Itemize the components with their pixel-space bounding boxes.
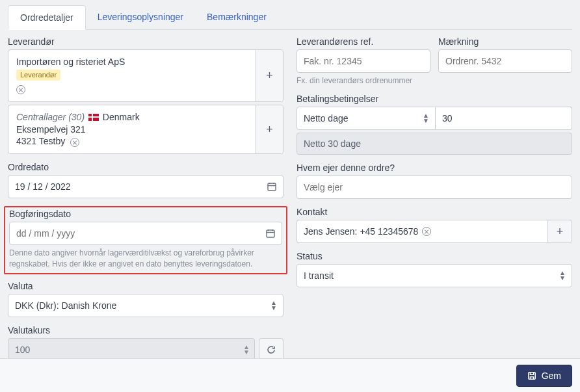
vendor-ref-help: Fx. din leverandørs ordrenummer [297,75,430,86]
location-name: Centrallager (30) [16,112,85,122]
tabs: Ordredetaljer Leveringsoplysninger Bemær… [8,5,572,30]
chevron-updown-icon: ▲▼ [423,113,429,124]
payment-terms-days-input[interactable] [436,107,572,130]
add-contact-button[interactable]: + [547,220,572,243]
location-addr2: 4321 Testby [16,136,65,146]
marking-input[interactable] [438,49,572,73]
marking-label: Mærkning [438,36,572,47]
exchange-rate-label: Valutakurs [8,325,283,335]
payment-terms-type-value: Netto dage [304,113,349,124]
status-value: I transit [304,270,334,281]
footer-bar: Gem [0,358,580,392]
currency-value: DKK (Dkr): Danish Krone [15,300,116,311]
svg-rect-2 [528,372,535,379]
save-label: Gem [542,371,561,381]
svg-rect-1 [267,230,274,237]
add-supplier-button[interactable]: + [256,50,283,101]
contact-field[interactable]: Jens Jensen: +45 12345678 [297,220,547,243]
tab-delivery-info[interactable]: Leveringsoplysninger [86,5,195,29]
currency-label: Valuta [8,281,283,291]
currency-select[interactable]: DKK (Dkr): Danish Krone [8,294,283,317]
flag-dk-icon [88,114,99,121]
contact-label: Kontakt [297,207,572,217]
contact-value: Jens Jensen: +45 12345678 [304,226,418,237]
tab-remarks[interactable]: Bemærkninger [195,5,278,29]
calendar-icon[interactable] [265,228,276,239]
payment-terms-summary: Netto 30 dage [297,133,572,155]
payment-terms-type-select[interactable]: Netto dage [297,107,436,130]
owner-label: Hvem ejer denne ordre? [297,163,572,173]
supplier-card: Importøren og risteriet ApS Leverandør + [8,49,283,102]
order-date-label: Ordredato [8,162,283,172]
payment-terms-label: Betalingsbetingelser [297,94,572,104]
posting-date-label: Bogføringsdato [9,209,282,219]
clear-supplier-icon[interactable] [16,85,25,94]
stepper-icon[interactable]: ▲▼ [243,345,250,355]
posting-date-highlight: Bogføringsdato Denne dato angiver hvornå… [4,206,287,274]
calendar-icon[interactable] [267,181,277,192]
status-label: Status [297,251,572,261]
posting-date-help: Denne dato angiver hvornår lagerværditil… [9,248,282,268]
supplier-label: Leverandør [8,36,283,47]
posting-date-input[interactable] [9,222,282,245]
location-card: Centrallager (30) Denmark Eksempelvej 32… [8,105,283,155]
clear-location-icon[interactable] [70,138,79,147]
chevron-updown-icon: ▲▼ [270,300,277,311]
save-button[interactable]: Gem [516,365,572,387]
location-country: Denmark [103,112,140,122]
order-date-input[interactable] [8,175,283,198]
supplier-name: Importøren og risteriet ApS [16,56,248,68]
vendor-ref-label: Leverandørens ref. [297,36,430,47]
owner-input[interactable] [297,176,572,199]
clear-contact-icon[interactable] [422,227,431,236]
location-addr1: Eksempelvej 321 [16,124,248,136]
tab-order-details[interactable]: Ordredetaljer [8,5,86,30]
vendor-ref-input[interactable] [297,49,430,73]
save-icon [527,371,536,380]
svg-rect-0 [268,183,276,190]
chevron-updown-icon: ▲▼ [559,270,566,281]
add-location-button[interactable]: + [256,105,283,154]
status-select[interactable]: I transit [297,264,572,287]
supplier-badge: Leverandør [16,70,60,81]
